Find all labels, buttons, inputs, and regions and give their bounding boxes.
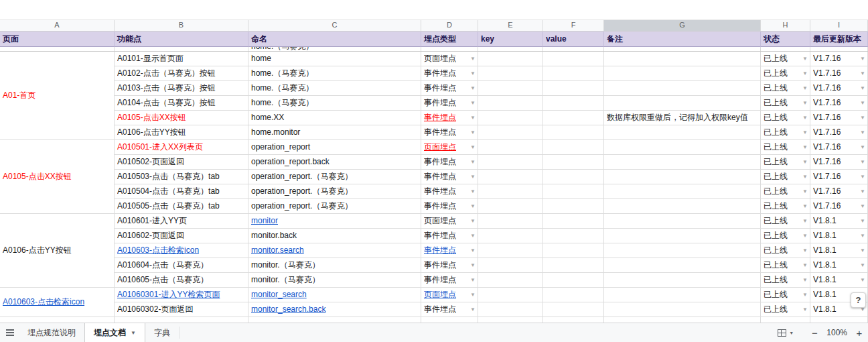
- cell-version[interactable]: V1.8.1▼: [810, 214, 868, 229]
- dropdown-arrow-icon[interactable]: ▼: [802, 302, 808, 317]
- cell-name[interactable]: home.monitor: [248, 125, 421, 140]
- cell-status[interactable]: 已上线▼: [761, 302, 810, 317]
- cell-func[interactable]: A0104-点击（马赛克）按钮: [115, 96, 248, 111]
- cell-type[interactable]: 事件埋点▼: [421, 66, 478, 81]
- cell-func[interactable]: A010603-点击检索icon: [115, 243, 248, 258]
- cell-type[interactable]: 事件埋点▼: [421, 170, 478, 184]
- cell-type[interactable]: 事件埋点▼: [421, 81, 478, 96]
- sheet-tab[interactable]: 字典: [145, 323, 179, 342]
- cell-func[interactable]: A010505-点击（马赛克）tab: [115, 199, 248, 214]
- dropdown-arrow-icon[interactable]: ▼: [470, 199, 476, 213]
- cell-name[interactable]: home.（马赛克）: [248, 81, 421, 96]
- dropdown-arrow-icon[interactable]: ▼: [860, 96, 865, 110]
- cell-value[interactable]: [543, 229, 604, 243]
- cell-value[interactable]: [543, 125, 604, 140]
- dropdown-arrow-icon[interactable]: ▼: [860, 170, 865, 184]
- cell-key[interactable]: [478, 66, 543, 81]
- cell-value[interactable]: [543, 155, 604, 170]
- cell-func[interactable]: A010502-页面返回: [115, 155, 248, 170]
- cell-value[interactable]: [543, 81, 604, 96]
- cell-key[interactable]: [478, 288, 543, 302]
- column-header-F[interactable]: F: [543, 20, 604, 32]
- cell-remark[interactable]: [604, 52, 761, 66]
- cell-func[interactable]: A010501-进入XX列表页: [115, 140, 248, 155]
- cell-name[interactable]: home: [248, 52, 421, 66]
- cell-version[interactable]: V1.8.1▼: [810, 243, 868, 258]
- cell-func[interactable]: A010605-点击（马赛克）: [115, 273, 248, 288]
- cell-name[interactable]: monitor_search.back: [248, 302, 421, 317]
- dropdown-arrow-icon[interactable]: ▼: [802, 199, 808, 213]
- page-cell[interactable]: A01-首页: [0, 52, 115, 140]
- cell-type[interactable]: 事件埋点▼: [421, 96, 478, 111]
- column-header-G[interactable]: G: [604, 20, 761, 32]
- dropdown-arrow-icon[interactable]: ▼: [470, 66, 476, 80]
- view-toggle-button[interactable]: ▼: [778, 329, 794, 337]
- cell-key[interactable]: [478, 243, 543, 258]
- cell-version[interactable]: V1.7.16▼: [810, 155, 868, 170]
- zoom-in-button[interactable]: +: [853, 327, 865, 339]
- cell-func[interactable]: A01060301-进入YY检索页面: [115, 288, 248, 302]
- cell-status[interactable]: 已上线▼: [761, 140, 810, 155]
- cell-func[interactable]: A010602-页面返回: [115, 229, 248, 243]
- cell-key[interactable]: [478, 273, 543, 288]
- cell-key[interactable]: [478, 140, 543, 155]
- cell-type[interactable]: 页面埋点▼: [421, 288, 478, 302]
- cell-func[interactable]: A01060302-页面返回: [115, 302, 248, 317]
- cell-status[interactable]: 已上线▼: [761, 214, 810, 229]
- cell-func[interactable]: A0106-点击YY按钮: [115, 125, 248, 140]
- cell-remark[interactable]: [604, 302, 761, 317]
- cell-value[interactable]: [543, 52, 604, 66]
- cell-remark[interactable]: [604, 229, 761, 243]
- cell-remark[interactable]: [604, 140, 761, 155]
- dropdown-arrow-icon[interactable]: ▼: [860, 52, 865, 66]
- header-cell[interactable]: 埋点类型: [421, 32, 478, 47]
- cell-type[interactable]: 事件埋点▼: [421, 243, 478, 258]
- dropdown-arrow-icon[interactable]: ▼: [860, 273, 865, 287]
- cell-key[interactable]: [478, 229, 543, 243]
- cell-key[interactable]: [478, 258, 543, 273]
- all-sheets-menu-icon[interactable]: [0, 323, 19, 342]
- dropdown-arrow-icon[interactable]: ▼: [470, 273, 476, 287]
- dropdown-arrow-icon[interactable]: ▼: [802, 258, 808, 272]
- dropdown-arrow-icon[interactable]: ▼: [802, 170, 808, 184]
- page-cell[interactable]: A0106-点击YY按钮: [0, 214, 115, 288]
- cell-value[interactable]: [543, 258, 604, 273]
- cell-func[interactable]: A010503-点击（马赛克）tab: [115, 170, 248, 184]
- dropdown-arrow-icon[interactable]: ▼: [802, 52, 808, 66]
- cell-version[interactable]: V1.8.1▼: [810, 229, 868, 243]
- dropdown-arrow-icon[interactable]: ▼: [470, 52, 476, 66]
- cell-version[interactable]: V1.8.1▼: [810, 273, 868, 288]
- cell-type[interactable]: 事件埋点▼: [421, 184, 478, 199]
- cell-name[interactable]: monitor.back: [248, 229, 421, 243]
- dropdown-arrow-icon[interactable]: ▼: [802, 184, 808, 198]
- cell-key[interactable]: [478, 184, 543, 199]
- cell-key[interactable]: [478, 302, 543, 317]
- header-cell[interactable]: 状态: [761, 32, 810, 47]
- cell-value[interactable]: [543, 96, 604, 111]
- dropdown-arrow-icon[interactable]: ▼: [860, 258, 865, 272]
- cell-value[interactable]: [543, 302, 604, 317]
- cell-remark[interactable]: [604, 170, 761, 184]
- cell-name[interactable]: operation_report.back: [248, 155, 421, 170]
- dropdown-arrow-icon[interactable]: ▼: [860, 243, 865, 258]
- dropdown-arrow-icon[interactable]: ▼: [802, 243, 808, 258]
- column-header-C[interactable]: C: [248, 20, 421, 32]
- dropdown-arrow-icon[interactable]: ▼: [802, 66, 808, 80]
- cell-status[interactable]: 已上线▼: [761, 243, 810, 258]
- cell-name[interactable]: operation_report: [248, 140, 421, 155]
- cell-remark[interactable]: [604, 155, 761, 170]
- page-cell[interactable]: A010603-点击检索icon: [0, 288, 115, 317]
- cell-type[interactable]: 页面埋点▼: [421, 214, 478, 229]
- column-header-B[interactable]: B: [115, 20, 248, 32]
- header-cell[interactable]: key: [478, 32, 543, 47]
- cell-name[interactable]: operation_report.（马赛克）: [248, 184, 421, 199]
- cell-value[interactable]: [543, 140, 604, 155]
- dropdown-arrow-icon[interactable]: ▼: [802, 214, 808, 228]
- cell-name[interactable]: monitor: [248, 214, 421, 229]
- cell-remark[interactable]: [604, 258, 761, 273]
- cell-key[interactable]: [478, 81, 543, 96]
- cell-status[interactable]: 已上线▼: [761, 155, 810, 170]
- cell-remark[interactable]: [604, 125, 761, 140]
- cell-func[interactable]: A0102-点击（马赛克）按钮: [115, 66, 248, 81]
- dropdown-arrow-icon[interactable]: ▼: [860, 155, 865, 169]
